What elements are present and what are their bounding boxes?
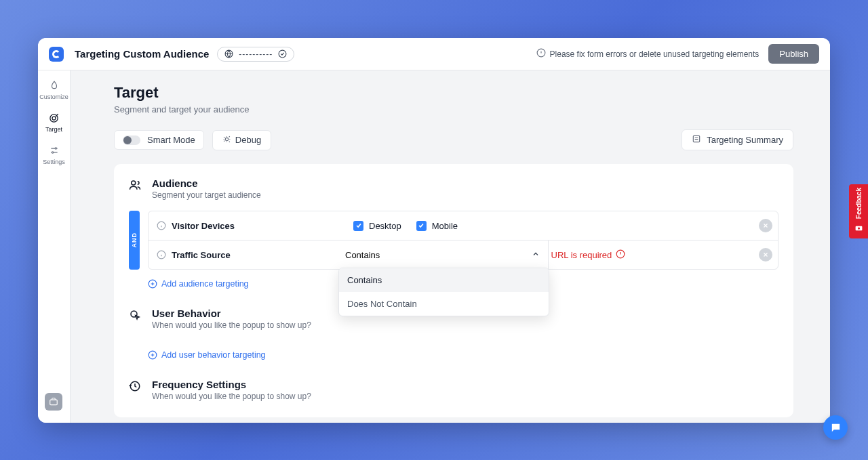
publish-button[interactable]: Publish <box>768 44 819 64</box>
header: Targeting Custom Audience ---------- Ple… <box>38 38 830 70</box>
header-warning-text: Please fix form errors or delete unused … <box>550 49 760 59</box>
chat-fab[interactable] <box>823 415 848 440</box>
and-label: AND <box>131 232 138 248</box>
audience-rules: Visitor Devices Desktop Mob <box>148 211 778 270</box>
condition-select[interactable]: Contains <box>345 241 548 269</box>
checkbox-label: Mobile <box>432 221 458 231</box>
checkbox-label: Desktop <box>369 221 401 231</box>
camera-icon <box>854 223 863 235</box>
add-behavior-targeting[interactable]: Add user behavior targeting <box>148 350 778 360</box>
checkbox-icon <box>353 221 363 231</box>
url-placeholder: ---------- <box>239 49 273 59</box>
sidebar-item-customize[interactable]: Customize <box>39 80 69 100</box>
select-value: Contains <box>345 250 380 260</box>
frequency-section: Frequency Settings When would you like t… <box>129 379 778 401</box>
svg-rect-7 <box>50 400 58 405</box>
sidebar-item-label: Customize <box>39 93 68 100</box>
info-icon[interactable] <box>157 221 166 230</box>
svg-point-6 <box>52 152 53 153</box>
plus-circle-icon <box>148 350 157 360</box>
targeting-card: Audience Segment your target audience AN… <box>114 164 793 417</box>
page-title: Targeting Custom Audience <box>75 48 209 60</box>
behavior-subtitle: When would you like the popup to show up… <box>152 320 311 330</box>
info-icon[interactable] <box>157 250 166 259</box>
frequency-title: Frequency Settings <box>152 379 311 390</box>
target-heading: Target <box>114 84 793 102</box>
behavior-title: User Behavior <box>152 308 311 319</box>
svg-point-18 <box>857 227 859 229</box>
and-connector: AND <box>129 211 140 270</box>
rule-visitor-devices: Visitor Devices Desktop Mob <box>149 211 778 240</box>
people-icon <box>129 179 142 194</box>
target-subtitle: Segment and target your audience <box>114 104 793 114</box>
globe-icon <box>224 49 233 58</box>
targeting-summary-button[interactable]: Targeting Summary <box>682 129 793 150</box>
url-status-pill[interactable]: ---------- <box>217 47 294 62</box>
info-icon <box>536 48 546 60</box>
plus-circle-icon <box>148 279 157 289</box>
audience-section: Audience Segment your target audience AN… <box>129 177 778 289</box>
debug-label: Debug <box>235 135 261 145</box>
error-text: URL is required <box>551 250 612 260</box>
cursor-click-icon <box>129 309 142 324</box>
history-icon <box>129 380 142 395</box>
sidebar-item-settings[interactable]: Settings <box>39 145 69 165</box>
remove-rule-button[interactable] <box>759 219 772 232</box>
app-shell: Targeting Custom Audience ---------- Ple… <box>38 38 830 423</box>
svg-point-8 <box>225 138 228 140</box>
audience-title: Audience <box>152 177 261 189</box>
sidebar-item-label: Settings <box>43 159 65 165</box>
desktop-checkbox[interactable]: Desktop <box>353 221 401 231</box>
feedback-tab[interactable]: Feedback <box>849 184 868 238</box>
rule-label-text: Visitor Devices <box>172 221 235 231</box>
sliders-icon <box>49 145 60 156</box>
sidebar: Customize Target Settings <box>38 70 71 423</box>
feedback-label: Feedback <box>855 188 863 219</box>
add-label: Add user behavior targeting <box>161 350 266 360</box>
sidebar-item-target[interactable]: Target <box>39 112 69 133</box>
list-icon <box>692 134 701 146</box>
briefcase-button[interactable] <box>45 393 62 411</box>
chevron-up-icon <box>532 250 540 260</box>
header-warning: Please fix form errors or delete unused … <box>536 48 760 60</box>
error-icon <box>616 249 625 261</box>
add-label: Add audience targeting <box>161 279 249 289</box>
frequency-subtitle: When would you like the popup to show up… <box>152 392 311 401</box>
debug-button[interactable]: Debug <box>212 130 271 150</box>
checkbox-icon <box>416 221 427 231</box>
svg-point-5 <box>55 148 56 149</box>
smart-mode-label: Smart Mode <box>147 135 195 145</box>
remove-rule-button[interactable] <box>759 248 772 262</box>
rule-traffic-source: Traffic Source Contains <box>149 240 778 269</box>
dropdown-item-does-not-contain[interactable]: Does Not Contain <box>339 292 549 316</box>
main-content: Target Segment and target your audience … <box>71 70 830 423</box>
url-error: URL is required <box>548 241 754 269</box>
target-icon <box>49 112 60 123</box>
droplet-icon <box>49 80 60 91</box>
svg-point-10 <box>132 181 136 185</box>
chat-icon <box>830 422 842 434</box>
dropdown-item-contains[interactable]: Contains <box>339 268 549 292</box>
audience-subtitle: Segment your target audience <box>152 190 261 200</box>
bug-icon <box>222 135 231 146</box>
mobile-checkbox[interactable]: Mobile <box>416 221 458 231</box>
toggle-switch[interactable] <box>123 135 140 145</box>
rule-label-text: Traffic Source <box>172 250 231 260</box>
smart-mode-toggle[interactable]: Smart Mode <box>114 130 204 150</box>
summary-label: Targeting Summary <box>707 135 783 145</box>
sidebar-item-label: Target <box>45 126 62 133</box>
brand-logo <box>49 47 64 62</box>
check-circle-icon <box>278 49 287 58</box>
svg-point-1 <box>279 50 286 58</box>
svg-point-4 <box>52 117 56 120</box>
condition-dropdown: Contains Does Not Contain <box>338 268 549 316</box>
